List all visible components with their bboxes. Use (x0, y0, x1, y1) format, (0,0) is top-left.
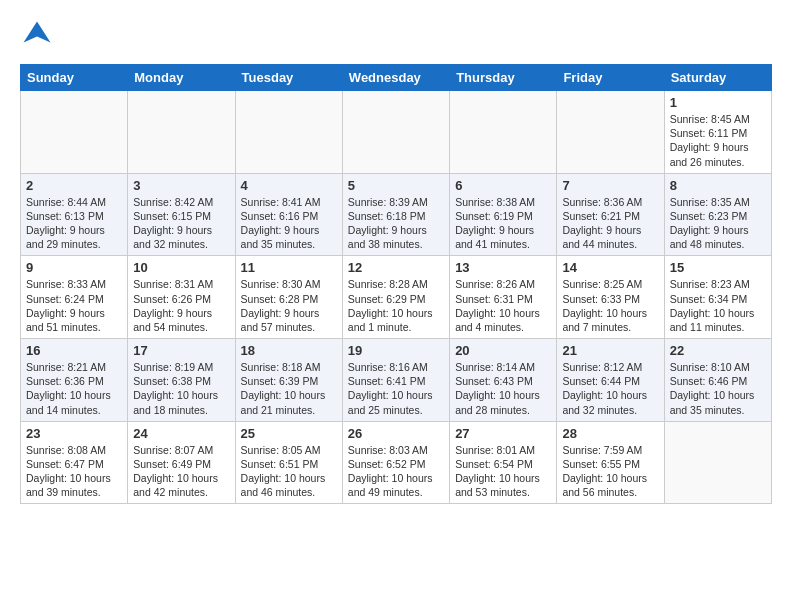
day-info: Sunrise: 8:19 AM Sunset: 6:38 PM Dayligh… (133, 360, 229, 417)
day-info: Sunrise: 8:45 AM Sunset: 6:11 PM Dayligh… (670, 112, 766, 169)
calendar-cell: 23Sunrise: 8:08 AM Sunset: 6:47 PM Dayli… (21, 421, 128, 504)
calendar-cell: 25Sunrise: 8:05 AM Sunset: 6:51 PM Dayli… (235, 421, 342, 504)
day-number: 21 (562, 343, 658, 358)
weekday-header: Saturday (664, 65, 771, 91)
calendar-cell: 14Sunrise: 8:25 AM Sunset: 6:33 PM Dayli… (557, 256, 664, 339)
day-number: 2 (26, 178, 122, 193)
calendar-cell: 17Sunrise: 8:19 AM Sunset: 6:38 PM Dayli… (128, 339, 235, 422)
calendar-cell: 10Sunrise: 8:31 AM Sunset: 6:26 PM Dayli… (128, 256, 235, 339)
day-info: Sunrise: 8:36 AM Sunset: 6:21 PM Dayligh… (562, 195, 658, 252)
calendar-cell: 7Sunrise: 8:36 AM Sunset: 6:21 PM Daylig… (557, 173, 664, 256)
day-number: 20 (455, 343, 551, 358)
calendar-cell: 19Sunrise: 8:16 AM Sunset: 6:41 PM Dayli… (342, 339, 449, 422)
day-info: Sunrise: 8:07 AM Sunset: 6:49 PM Dayligh… (133, 443, 229, 500)
calendar-cell: 13Sunrise: 8:26 AM Sunset: 6:31 PM Dayli… (450, 256, 557, 339)
day-info: Sunrise: 8:30 AM Sunset: 6:28 PM Dayligh… (241, 277, 337, 334)
calendar-cell: 4Sunrise: 8:41 AM Sunset: 6:16 PM Daylig… (235, 173, 342, 256)
calendar-cell: 26Sunrise: 8:03 AM Sunset: 6:52 PM Dayli… (342, 421, 449, 504)
calendar-cell (235, 91, 342, 174)
svg-marker-0 (24, 22, 51, 43)
calendar-week-row: 16Sunrise: 8:21 AM Sunset: 6:36 PM Dayli… (21, 339, 772, 422)
day-number: 22 (670, 343, 766, 358)
day-number: 11 (241, 260, 337, 275)
day-number: 16 (26, 343, 122, 358)
day-info: Sunrise: 8:01 AM Sunset: 6:54 PM Dayligh… (455, 443, 551, 500)
day-number: 3 (133, 178, 229, 193)
day-number: 4 (241, 178, 337, 193)
day-info: Sunrise: 8:18 AM Sunset: 6:39 PM Dayligh… (241, 360, 337, 417)
calendar-cell: 24Sunrise: 8:07 AM Sunset: 6:49 PM Dayli… (128, 421, 235, 504)
day-number: 23 (26, 426, 122, 441)
day-number: 15 (670, 260, 766, 275)
logo (20, 20, 52, 54)
day-info: Sunrise: 8:41 AM Sunset: 6:16 PM Dayligh… (241, 195, 337, 252)
calendar-table: SundayMondayTuesdayWednesdayThursdayFrid… (20, 64, 772, 504)
calendar-cell (128, 91, 235, 174)
calendar-week-row: 9Sunrise: 8:33 AM Sunset: 6:24 PM Daylig… (21, 256, 772, 339)
day-info: Sunrise: 8:08 AM Sunset: 6:47 PM Dayligh… (26, 443, 122, 500)
day-number: 9 (26, 260, 122, 275)
calendar-cell: 11Sunrise: 8:30 AM Sunset: 6:28 PM Dayli… (235, 256, 342, 339)
weekday-header: Monday (128, 65, 235, 91)
calendar-cell: 2Sunrise: 8:44 AM Sunset: 6:13 PM Daylig… (21, 173, 128, 256)
calendar-header-row: SundayMondayTuesdayWednesdayThursdayFrid… (21, 65, 772, 91)
calendar-cell (664, 421, 771, 504)
calendar-cell: 22Sunrise: 8:10 AM Sunset: 6:46 PM Dayli… (664, 339, 771, 422)
day-info: Sunrise: 8:35 AM Sunset: 6:23 PM Dayligh… (670, 195, 766, 252)
day-info: Sunrise: 8:44 AM Sunset: 6:13 PM Dayligh… (26, 195, 122, 252)
day-info: Sunrise: 8:14 AM Sunset: 6:43 PM Dayligh… (455, 360, 551, 417)
day-info: Sunrise: 8:38 AM Sunset: 6:19 PM Dayligh… (455, 195, 551, 252)
day-number: 13 (455, 260, 551, 275)
calendar-cell: 5Sunrise: 8:39 AM Sunset: 6:18 PM Daylig… (342, 173, 449, 256)
day-number: 10 (133, 260, 229, 275)
day-number: 14 (562, 260, 658, 275)
calendar-cell: 16Sunrise: 8:21 AM Sunset: 6:36 PM Dayli… (21, 339, 128, 422)
weekday-header: Wednesday (342, 65, 449, 91)
calendar-cell: 8Sunrise: 8:35 AM Sunset: 6:23 PM Daylig… (664, 173, 771, 256)
page-header (20, 20, 772, 54)
calendar-cell: 20Sunrise: 8:14 AM Sunset: 6:43 PM Dayli… (450, 339, 557, 422)
calendar-cell (450, 91, 557, 174)
calendar-week-row: 23Sunrise: 8:08 AM Sunset: 6:47 PM Dayli… (21, 421, 772, 504)
day-info: Sunrise: 8:23 AM Sunset: 6:34 PM Dayligh… (670, 277, 766, 334)
day-number: 1 (670, 95, 766, 110)
day-number: 8 (670, 178, 766, 193)
day-number: 24 (133, 426, 229, 441)
day-info: Sunrise: 8:25 AM Sunset: 6:33 PM Dayligh… (562, 277, 658, 334)
day-info: Sunrise: 8:39 AM Sunset: 6:18 PM Dayligh… (348, 195, 444, 252)
day-number: 5 (348, 178, 444, 193)
day-number: 26 (348, 426, 444, 441)
day-info: Sunrise: 8:31 AM Sunset: 6:26 PM Dayligh… (133, 277, 229, 334)
calendar-cell: 3Sunrise: 8:42 AM Sunset: 6:15 PM Daylig… (128, 173, 235, 256)
day-info: Sunrise: 8:16 AM Sunset: 6:41 PM Dayligh… (348, 360, 444, 417)
weekday-header: Thursday (450, 65, 557, 91)
calendar-cell: 28Sunrise: 7:59 AM Sunset: 6:55 PM Dayli… (557, 421, 664, 504)
day-number: 18 (241, 343, 337, 358)
day-number: 27 (455, 426, 551, 441)
day-info: Sunrise: 8:21 AM Sunset: 6:36 PM Dayligh… (26, 360, 122, 417)
day-number: 6 (455, 178, 551, 193)
logo-icon (22, 20, 52, 50)
day-info: Sunrise: 8:05 AM Sunset: 6:51 PM Dayligh… (241, 443, 337, 500)
calendar-cell: 9Sunrise: 8:33 AM Sunset: 6:24 PM Daylig… (21, 256, 128, 339)
calendar-cell: 18Sunrise: 8:18 AM Sunset: 6:39 PM Dayli… (235, 339, 342, 422)
day-info: Sunrise: 8:42 AM Sunset: 6:15 PM Dayligh… (133, 195, 229, 252)
calendar-cell (342, 91, 449, 174)
calendar-cell: 15Sunrise: 8:23 AM Sunset: 6:34 PM Dayli… (664, 256, 771, 339)
calendar-cell: 27Sunrise: 8:01 AM Sunset: 6:54 PM Dayli… (450, 421, 557, 504)
day-number: 12 (348, 260, 444, 275)
day-info: Sunrise: 7:59 AM Sunset: 6:55 PM Dayligh… (562, 443, 658, 500)
day-info: Sunrise: 8:10 AM Sunset: 6:46 PM Dayligh… (670, 360, 766, 417)
day-info: Sunrise: 8:03 AM Sunset: 6:52 PM Dayligh… (348, 443, 444, 500)
day-info: Sunrise: 8:33 AM Sunset: 6:24 PM Dayligh… (26, 277, 122, 334)
calendar-cell: 1Sunrise: 8:45 AM Sunset: 6:11 PM Daylig… (664, 91, 771, 174)
day-number: 7 (562, 178, 658, 193)
weekday-header: Friday (557, 65, 664, 91)
weekday-header: Tuesday (235, 65, 342, 91)
calendar-week-row: 1Sunrise: 8:45 AM Sunset: 6:11 PM Daylig… (21, 91, 772, 174)
day-info: Sunrise: 8:26 AM Sunset: 6:31 PM Dayligh… (455, 277, 551, 334)
calendar-cell: 6Sunrise: 8:38 AM Sunset: 6:19 PM Daylig… (450, 173, 557, 256)
calendar-cell: 12Sunrise: 8:28 AM Sunset: 6:29 PM Dayli… (342, 256, 449, 339)
calendar-cell (557, 91, 664, 174)
day-number: 25 (241, 426, 337, 441)
